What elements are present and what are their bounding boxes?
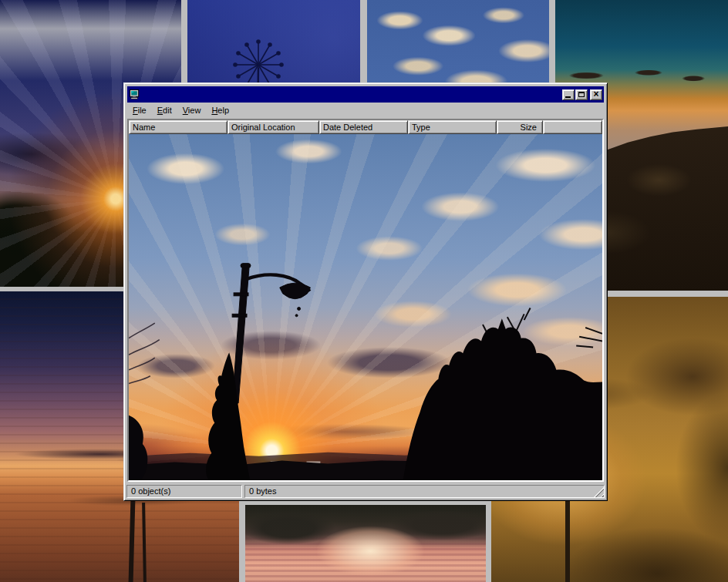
bokeh-pole [565,499,570,582]
status-bar: 0 object(s) 0 bytes [126,485,605,498]
menu-bar: File Edit View Help [126,103,605,118]
title-bar[interactable]: × [127,86,604,103]
list-content-area-sunset-photo[interactable] [129,134,602,480]
menu-view[interactable]: View [177,104,207,117]
column-header-original-location[interactable]: Original Location [228,120,319,134]
menu-help[interactable]: Help [206,104,234,117]
lagoon-pole [142,503,147,582]
column-header-row: Name Original Location Date Deleted Type… [129,120,602,134]
column-header-filler [543,120,602,134]
desktop: × File Edit View Help Name Original Loca… [0,0,728,582]
maximize-icon [578,92,585,97]
column-header-name[interactable]: Name [129,120,228,134]
wallpaper-photo-water-reflections [245,505,486,582]
recycle-bin-window: × File Edit View Help Name Original Loca… [123,82,608,501]
status-byte-count: 0 bytes [244,485,605,498]
column-header-date-deleted[interactable]: Date Deleted [319,120,408,134]
menu-file[interactable]: File [127,104,152,117]
close-icon: × [593,89,598,99]
minimize-button[interactable] [562,89,575,100]
status-object-count: 0 object(s) [126,485,242,498]
sunset-silhouettes-drawing [129,134,602,480]
minimize-icon [565,96,571,98]
close-button[interactable]: × [590,89,602,100]
column-header-size[interactable]: Size [497,120,543,134]
computer-icon [129,89,141,100]
menu-edit[interactable]: Edit [152,104,177,117]
lagoon-pole [129,500,136,582]
file-list-view: Name Original Location Date Deleted Type… [127,119,604,482]
column-header-type[interactable]: Type [408,120,497,134]
maximize-button[interactable] [575,89,588,100]
